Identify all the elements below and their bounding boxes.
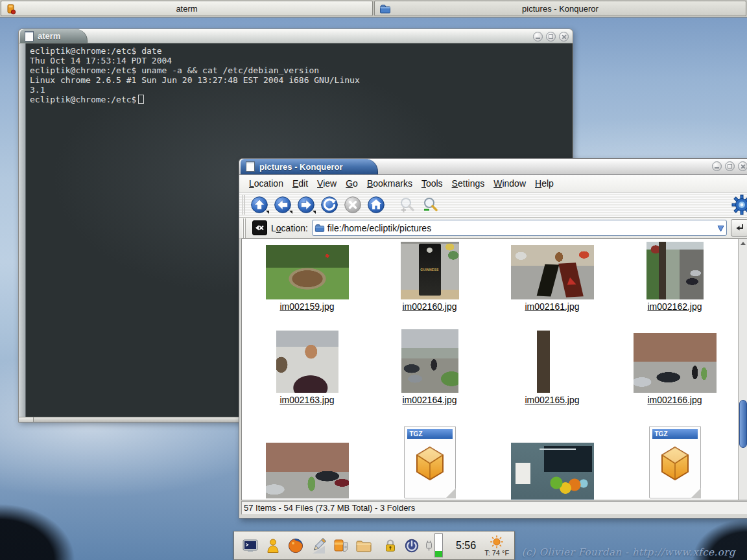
file-cell: [246, 422, 368, 500]
menu-edit[interactable]: Edit: [288, 176, 313, 191]
file-name[interactable]: im002163.jpg: [279, 395, 334, 405]
minimize-button[interactable]: [533, 32, 543, 41]
photo-thumbnail[interactable]: [266, 245, 349, 299]
icon-grid: im002159.jpg GUINNESS im002160.jpg im002…: [246, 242, 736, 500]
menu-settings[interactable]: Settings: [447, 176, 490, 191]
window-bottom-border[interactable]: [239, 515, 747, 518]
power-icon: [403, 537, 420, 554]
location-value[interactable]: file:/home/ecliptik/pictures: [327, 223, 715, 233]
aterm-icon: [6, 3, 18, 15]
taskbar-item-konqueror[interactable]: pictures - Konqueror: [374, 1, 746, 16]
wallpaper-corner: [0, 482, 104, 560]
maximize-button[interactable]: [725, 161, 735, 171]
file-cell: [491, 422, 613, 500]
file-cell: TGZ: [368, 422, 491, 500]
go-button[interactable]: [731, 219, 747, 237]
photo-thumbnail[interactable]: GUINNESS: [401, 242, 459, 299]
file-cell: TGZ: [613, 422, 736, 500]
taskbar-item-aterm[interactable]: aterm: [1, 1, 373, 16]
main-toolbar: [239, 192, 747, 218]
messenger-launcher[interactable]: [264, 537, 282, 555]
tgz-archive-icon[interactable]: TGZ: [404, 426, 456, 498]
close-button[interactable]: [559, 32, 569, 41]
file-name[interactable]: im002166.jpg: [647, 395, 702, 405]
menu-window[interactable]: Window: [489, 176, 530, 191]
aterm-titlebar[interactable]: aterm: [19, 29, 573, 43]
photo-thumbnail[interactable]: [511, 245, 594, 299]
terminal-icon: [241, 537, 259, 555]
menu-help[interactable]: Help: [530, 176, 558, 191]
weather-applet[interactable]: T: 74 °F: [484, 535, 509, 557]
reload-icon: [320, 196, 338, 214]
up-button[interactable]: [248, 194, 271, 216]
stop-button[interactable]: [341, 194, 364, 216]
combobox-dropdown-arrow[interactable]: [717, 224, 724, 233]
terminal-scrollbar[interactable]: [19, 43, 26, 417]
clear-location-button[interactable]: [252, 220, 267, 235]
konqueror-titlebar[interactable]: pictures - Konqueror: [239, 159, 747, 175]
sun-icon: [490, 535, 504, 549]
package-launcher[interactable]: [332, 537, 350, 555]
scroll-up-arrow[interactable]: [740, 240, 746, 246]
package-icon: [332, 537, 350, 555]
back-button[interactable]: [271, 194, 294, 216]
file-name[interactable]: im002159.jpg: [279, 302, 334, 312]
dropdown-indicator: [313, 211, 316, 214]
close-button[interactable]: [738, 161, 747, 171]
menu-view[interactable]: View: [313, 176, 341, 191]
menu-location[interactable]: Location: [244, 176, 288, 191]
photo-thumbnail[interactable]: [634, 333, 717, 393]
battery-monitor[interactable]: [425, 533, 443, 557]
firefox-launcher[interactable]: [287, 537, 305, 555]
toolbar-handle[interactable]: [242, 195, 245, 215]
konqueror-window: pictures - Konqueror Location Edit View …: [239, 158, 747, 519]
menu-bookmarks[interactable]: Bookmarks: [362, 176, 417, 191]
status-bar: 57 Items - 54 Files (73.7 MB Total) - 3 …: [241, 501, 747, 515]
vertical-scrollbar[interactable]: [738, 239, 747, 500]
desktop: (c) Olivier Fourdan - http://www.xfce.or…: [0, 0, 747, 560]
file-name[interactable]: im002160.jpg: [402, 302, 456, 312]
file-cell: im002163.jpg: [246, 329, 368, 405]
minimize-button[interactable]: [712, 161, 722, 171]
power-off-launcher[interactable]: [403, 537, 420, 555]
terminal-line: Thu Oct 14 17:53:14 PDT 2004: [30, 56, 172, 65]
photo-thumbnail[interactable]: [401, 329, 458, 393]
home-button[interactable]: [364, 194, 388, 216]
file-name[interactable]: im002165.jpg: [525, 395, 579, 405]
toolbar-handle[interactable]: [243, 218, 246, 238]
maximize-button[interactable]: [546, 32, 556, 41]
zoom-in-magnifier-icon: [398, 196, 416, 214]
photo-thumbnail[interactable]: [276, 331, 338, 393]
menu-go[interactable]: Go: [341, 176, 362, 191]
screenshot-thumbnail[interactable]: [511, 443, 594, 500]
location-combobox[interactable]: file:/home/ecliptik/pictures: [312, 220, 727, 236]
terminal-cursor: [138, 95, 144, 104]
scrollbar-thumb[interactable]: [739, 400, 747, 448]
lock-screen-launcher[interactable]: [382, 537, 399, 555]
folder-icon: [314, 223, 325, 233]
file-manager-launcher[interactable]: [355, 537, 373, 555]
zoom-in-button[interactable]: [396, 194, 419, 216]
forward-button[interactable]: [294, 194, 318, 216]
photo-thumbnail[interactable]: [646, 242, 704, 299]
zoom-out-button[interactable]: [419, 194, 442, 216]
tgz-archive-icon[interactable]: TGZ: [649, 426, 701, 498]
reload-button[interactable]: [318, 194, 341, 216]
terminal-launcher[interactable]: [241, 537, 259, 555]
page-fold: [691, 488, 701, 498]
clock[interactable]: 5:56: [456, 540, 476, 552]
photo-thumbnail[interactable]: [266, 443, 349, 498]
terminal-line: ecliptik@chrome:/etc$ uname -a && cat /e…: [30, 65, 319, 75]
file-name[interactable]: im002164.jpg: [402, 395, 456, 405]
photo-thumbnail[interactable]: [521, 331, 584, 393]
file-name[interactable]: im002162.jpg: [647, 302, 702, 312]
file-cell: im002165.jpg: [491, 329, 613, 405]
menu-tools[interactable]: Tools: [417, 176, 447, 191]
taskbar-item-label: pictures - Konqueror: [522, 4, 599, 14]
go-arrow-icon: [734, 222, 745, 233]
menubar: Location Edit View Go Bookmarks Tools Se…: [239, 175, 747, 192]
file-name[interactable]: im002161.jpg: [525, 302, 579, 312]
text-editor-launcher[interactable]: [309, 537, 327, 555]
dropdown-indicator: [289, 211, 292, 214]
thumbnail-text: GUINNESS: [419, 268, 441, 272]
